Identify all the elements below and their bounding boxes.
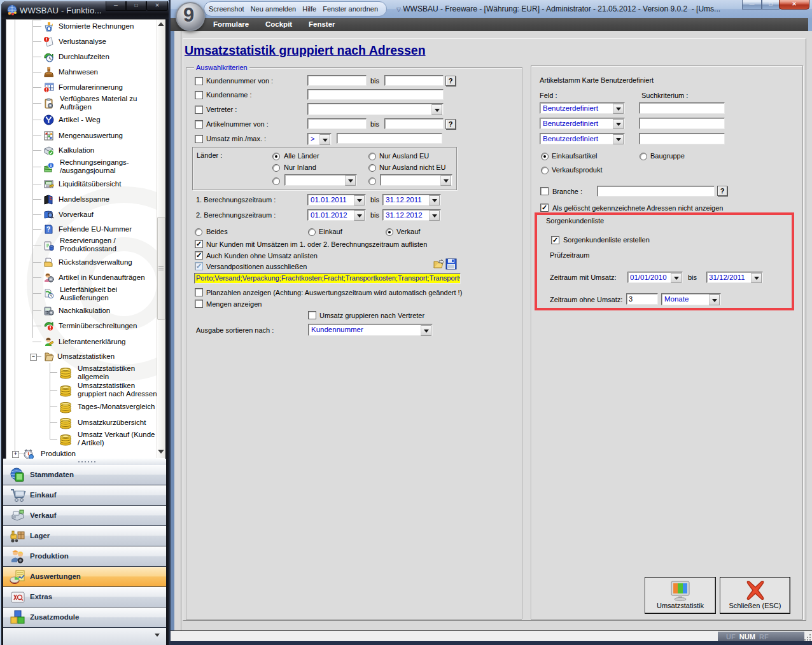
- svg-text:?: ?: [46, 226, 50, 233]
